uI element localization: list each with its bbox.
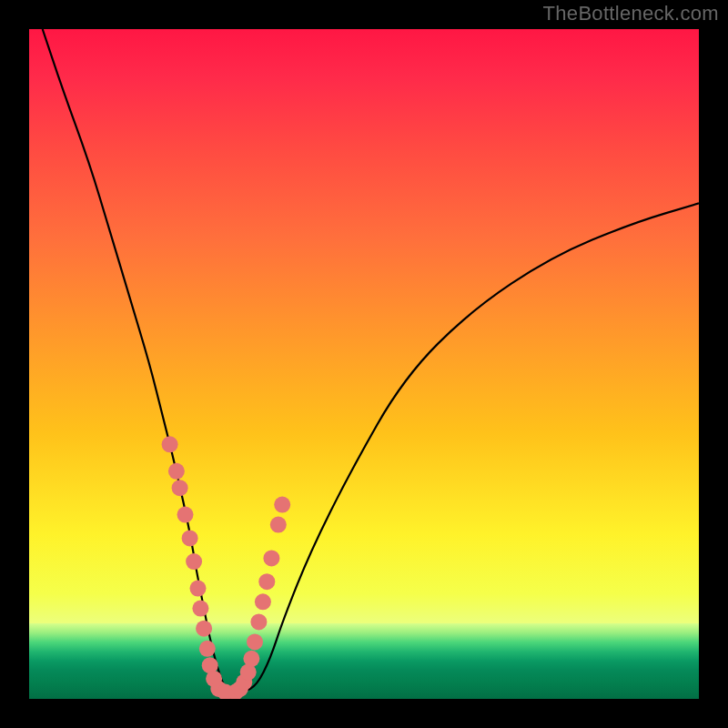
data-marker: [190, 581, 207, 597]
data-marker: [172, 480, 188, 496]
data-marker: [255, 593, 271, 610]
data-marker: [270, 517, 287, 533]
chart-container: TheBottleneck.com: [0, 0, 728, 728]
data-marker: [192, 601, 208, 617]
data-marker: [177, 507, 194, 523]
data-marker: [274, 497, 290, 513]
data-marker: [186, 553, 202, 570]
data-marker: [162, 436, 178, 452]
bottleneck-curve: [43, 29, 699, 693]
data-marker: [243, 651, 259, 667]
data-marker: [258, 573, 275, 590]
data-marker: [199, 641, 216, 657]
plot-area: [29, 29, 699, 699]
watermark-text: TheBottleneck.com: [543, 2, 719, 25]
data-marker: [168, 463, 185, 480]
data-marker: [182, 530, 198, 546]
curve-layer: [29, 29, 699, 699]
data-marker: [250, 613, 267, 630]
marker-group: [162, 436, 291, 699]
data-marker: [263, 550, 279, 566]
data-marker: [247, 633, 263, 650]
data-marker: [196, 621, 212, 637]
